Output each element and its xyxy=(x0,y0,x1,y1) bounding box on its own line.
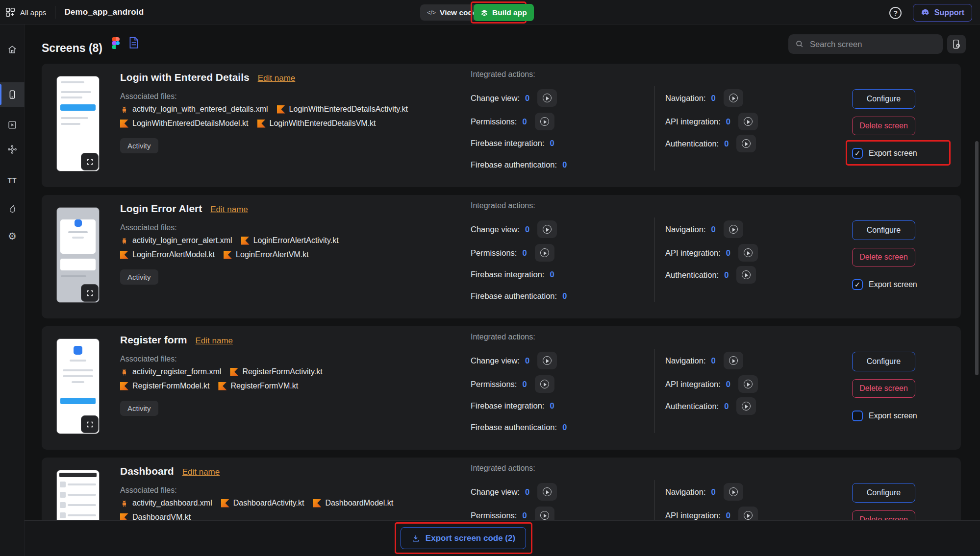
page-title: Screens (8) xyxy=(42,42,102,55)
app-name: Demo_app_android xyxy=(64,7,144,17)
delete-screen-button[interactable]: Delete screen xyxy=(852,379,915,398)
thumb-line xyxy=(68,231,88,233)
search-icon xyxy=(795,39,804,49)
thumb-image xyxy=(60,502,66,508)
thumb-line xyxy=(68,494,96,496)
configure-button[interactable]: Configure xyxy=(852,483,915,503)
play-icon xyxy=(742,270,751,279)
figma-icon[interactable] xyxy=(112,37,120,49)
action-row-permissions: Permissions: 0 xyxy=(471,375,554,393)
run-action-button[interactable] xyxy=(535,375,554,393)
all-apps-button[interactable]: All apps xyxy=(5,7,46,18)
expand-thumbnail-button[interactable] xyxy=(81,284,99,302)
edit-name-link[interactable]: Edit name xyxy=(258,73,296,83)
file-chip: LoginWithEnteredDetailsVM.kt xyxy=(257,119,376,128)
action-row-change-view: Change view: 0 xyxy=(471,352,557,369)
delete-screen-button[interactable]: Delete screen xyxy=(852,117,915,135)
thumb-row xyxy=(60,482,96,487)
export-screen-row: ✓ Export screen xyxy=(852,277,917,292)
search-input[interactable] xyxy=(809,34,936,54)
thumb-button xyxy=(60,398,96,404)
run-action-button[interactable] xyxy=(738,113,758,130)
kotlin-file-icon xyxy=(230,368,238,376)
export-screen-code-button[interactable]: Export screen code (2) xyxy=(401,527,526,549)
action-label: Authentication: xyxy=(665,402,719,411)
sidebar-item-integrations[interactable] xyxy=(0,137,25,162)
thumb-row xyxy=(60,512,96,518)
run-action-button[interactable] xyxy=(537,483,557,501)
edit-name-link[interactable]: Edit name xyxy=(210,205,248,215)
support-button[interactable]: Support xyxy=(913,4,972,22)
run-action-button[interactable] xyxy=(738,375,758,393)
edit-name-link[interactable]: Edit name xyxy=(196,336,233,346)
run-action-button[interactable] xyxy=(537,352,557,369)
thumb-app-icon xyxy=(75,219,82,227)
action-count: 0 xyxy=(724,402,729,411)
action-row-navigation: Navigation: 0 xyxy=(665,352,743,369)
delete-screen-button[interactable]: Delete screen xyxy=(852,248,915,266)
scrollbar-thumb[interactable] xyxy=(975,141,979,375)
play-icon xyxy=(543,225,552,234)
action-count: 0 xyxy=(724,270,729,280)
screen-settings-button[interactable] xyxy=(947,35,966,53)
expand-icon xyxy=(86,420,94,429)
action-row-change-view: Change view: 0 xyxy=(471,220,557,238)
run-action-button[interactable] xyxy=(724,483,743,501)
run-action-button[interactable] xyxy=(736,135,756,152)
action-row-api-integration: API integration: 0 xyxy=(665,113,758,130)
export-screen-checkbox[interactable]: ✓ xyxy=(852,148,863,159)
action-count: 0 xyxy=(525,487,529,497)
sidebar-item-typography[interactable]: TT xyxy=(0,168,25,193)
configure-button[interactable]: Configure xyxy=(852,220,915,240)
action-count: 0 xyxy=(711,356,716,365)
figma-icon-part xyxy=(112,37,116,41)
run-action-button[interactable] xyxy=(724,220,743,238)
run-action-button[interactable] xyxy=(738,244,758,262)
thumb-line xyxy=(63,375,93,377)
edit-name-link[interactable]: Edit name xyxy=(182,467,220,477)
action-row-navigation: Navigation: 0 xyxy=(665,220,743,238)
screen-type-badge: Activity xyxy=(120,401,158,416)
run-action-button[interactable] xyxy=(724,352,743,369)
action-row-authentication: Authentication: 0 xyxy=(665,266,756,284)
configure-button[interactable]: Configure xyxy=(852,352,915,371)
ink-drop-icon xyxy=(7,204,17,214)
run-action-button[interactable] xyxy=(537,89,557,107)
action-label: API integration: xyxy=(665,380,721,389)
help-button[interactable]: ? xyxy=(889,7,902,19)
check-icon: ✓ xyxy=(854,411,861,420)
thumb-line xyxy=(72,237,84,239)
run-action-button[interactable] xyxy=(736,266,756,284)
configure-button[interactable]: Configure xyxy=(852,89,915,109)
action-label: Change view: xyxy=(471,225,520,234)
action-row-permissions: Permissions: 0 xyxy=(471,113,554,130)
figma-icon-part xyxy=(116,37,120,41)
document-icon[interactable] xyxy=(128,36,139,51)
run-action-button[interactable] xyxy=(535,244,554,262)
play-icon xyxy=(540,117,549,126)
sidebar-item-screens[interactable] xyxy=(0,82,25,107)
action-label: Firebase integration: xyxy=(471,270,544,279)
expand-thumbnail-button[interactable] xyxy=(81,415,99,433)
action-label: Navigation: xyxy=(665,356,706,365)
sidebar-item-home[interactable] xyxy=(0,37,25,62)
kotlin-file-icon xyxy=(218,382,226,390)
run-action-button[interactable] xyxy=(535,113,554,130)
export-screen-checkbox[interactable]: ✓ xyxy=(852,411,863,421)
build-app-button[interactable]: Build app xyxy=(474,4,534,21)
sidebar-item-splash[interactable] xyxy=(0,113,25,137)
thumb-line xyxy=(61,123,80,125)
screen-title: Login Error Alert xyxy=(120,203,202,215)
export-screen-checkbox[interactable]: ✓ xyxy=(852,279,863,290)
run-action-button[interactable] xyxy=(736,397,756,415)
play-icon xyxy=(742,402,751,411)
run-action-button[interactable] xyxy=(724,89,743,107)
apps-grid-icon xyxy=(5,7,16,18)
thumb-button xyxy=(60,104,96,111)
sidebar-item-settings[interactable]: ⚙ xyxy=(0,224,25,248)
sidebar-item-theme[interactable] xyxy=(0,196,25,221)
kotlin-file-icon xyxy=(277,105,285,114)
associated-files-label: Associated files: xyxy=(120,355,177,363)
expand-thumbnail-button[interactable] xyxy=(81,153,99,170)
run-action-button[interactable] xyxy=(537,220,557,238)
